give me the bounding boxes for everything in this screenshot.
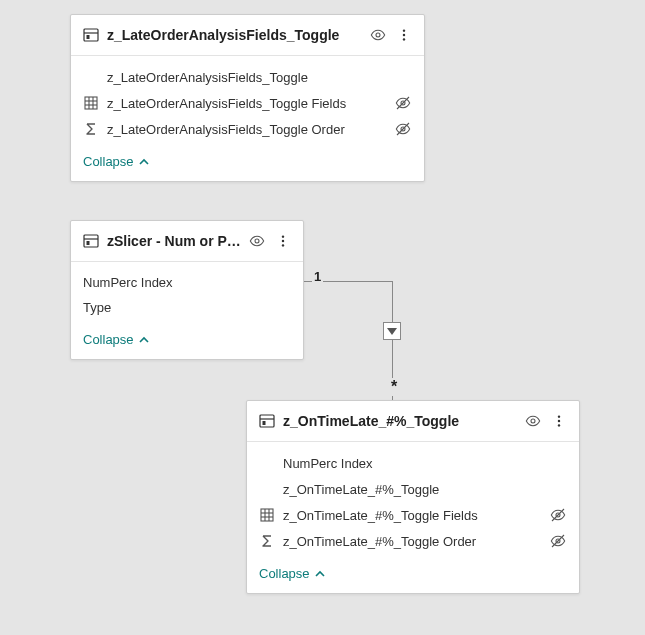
svg-point-20 [282, 235, 284, 237]
visibility-toggle-icon[interactable] [523, 411, 543, 431]
hidden-icon[interactable] [549, 507, 567, 523]
svg-rect-7 [85, 97, 97, 109]
field-name: z_LateOrderAnalysisFields_Toggle Fields [107, 96, 388, 111]
chevron-up-icon [138, 156, 150, 168]
collapse-label: Collapse [259, 566, 310, 581]
field-row[interactable]: NumPerc Index [259, 450, 567, 476]
field-name: NumPerc Index [283, 456, 567, 471]
field-row[interactable]: Type [83, 295, 291, 320]
collapse-button[interactable]: Collapse [83, 154, 150, 169]
field-icon-none [259, 481, 275, 497]
field-row[interactable]: z_LateOrderAnalysisFields_Toggle Fields [83, 90, 412, 116]
card-header: z_OnTimeLate_#%_Toggle [247, 401, 579, 442]
visibility-toggle-icon[interactable] [368, 25, 388, 45]
more-options-icon[interactable] [549, 411, 569, 431]
table-icon [259, 413, 275, 429]
svg-rect-16 [84, 235, 98, 247]
svg-point-21 [282, 240, 284, 242]
collapse-label: Collapse [83, 154, 134, 169]
card-body: NumPerc Index Type [71, 262, 303, 324]
field-icon-none [259, 455, 275, 471]
table-icon [83, 233, 99, 249]
field-parameter-grid-icon [83, 95, 99, 111]
relationship-from-cardinality: 1 [312, 269, 323, 284]
svg-rect-18 [87, 241, 90, 245]
svg-rect-30 [261, 509, 273, 521]
visibility-toggle-icon[interactable] [247, 231, 267, 251]
table-card-ontimelate-toggle[interactable]: z_OnTimeLate_#%_Toggle NumPerc Index z_O… [246, 400, 580, 594]
svg-point-5 [403, 34, 405, 36]
collapse-button[interactable]: Collapse [259, 566, 326, 581]
field-name: z_LateOrderAnalysisFields_Toggle Order [107, 122, 388, 137]
card-title: z_OnTimeLate_#%_Toggle [283, 413, 523, 429]
field-name: z_OnTimeLate_#%_Toggle [283, 482, 567, 497]
svg-point-27 [558, 415, 560, 417]
measure-sigma-icon [259, 533, 275, 549]
svg-point-22 [282, 244, 284, 246]
card-title: z_LateOrderAnalysisFields_Toggle [107, 27, 368, 43]
more-options-icon[interactable] [273, 231, 293, 251]
collapse-label: Collapse [83, 332, 134, 347]
card-title: zSlicer - Num or Percent [107, 233, 247, 249]
field-row[interactable]: z_OnTimeLate_#%_Toggle Fields [259, 502, 567, 528]
collapse-button[interactable]: Collapse [83, 332, 150, 347]
svg-point-26 [531, 419, 535, 423]
card-body: z_LateOrderAnalysisFields_Toggle z_LateO… [71, 56, 424, 146]
hidden-icon[interactable] [394, 121, 412, 137]
chevron-up-icon [314, 568, 326, 580]
svg-rect-25 [263, 421, 266, 425]
svg-point-6 [403, 38, 405, 40]
svg-rect-23 [260, 415, 274, 427]
field-name: z_OnTimeLate_#%_Toggle Order [283, 534, 543, 549]
field-row[interactable]: z_OnTimeLate_#%_Toggle Order [259, 528, 567, 554]
more-options-icon[interactable] [394, 25, 414, 45]
hidden-icon[interactable] [549, 533, 567, 549]
svg-point-4 [403, 29, 405, 31]
svg-point-3 [376, 33, 380, 37]
svg-point-29 [558, 424, 560, 426]
field-name: z_LateOrderAnalysisFields_Toggle [107, 70, 412, 85]
card-header: zSlicer - Num or Percent [71, 221, 303, 262]
field-row[interactable]: NumPerc Index [83, 270, 291, 295]
chevron-up-icon [138, 334, 150, 346]
svg-point-28 [558, 420, 560, 422]
field-name: z_OnTimeLate_#%_Toggle Fields [283, 508, 543, 523]
field-row[interactable]: z_LateOrderAnalysisFields_Toggle [83, 64, 412, 90]
field-name: Type [83, 300, 291, 315]
relationship-direction-arrow-icon [383, 322, 401, 340]
field-parameter-grid-icon [259, 507, 275, 523]
relationship-to-cardinality: * [389, 378, 399, 396]
svg-rect-0 [84, 29, 98, 41]
field-row[interactable]: z_OnTimeLate_#%_Toggle [259, 476, 567, 502]
card-body: NumPerc Index z_OnTimeLate_#%_Toggle z_O… [247, 442, 579, 558]
field-row[interactable]: z_LateOrderAnalysisFields_Toggle Order [83, 116, 412, 142]
table-card-zslicer-num-or-percent[interactable]: zSlicer - Num or Percent NumPerc Index T… [70, 220, 304, 360]
field-icon-none [83, 69, 99, 85]
card-header: z_LateOrderAnalysisFields_Toggle [71, 15, 424, 56]
field-name: NumPerc Index [83, 275, 291, 290]
table-icon [83, 27, 99, 43]
hidden-icon[interactable] [394, 95, 412, 111]
table-card-late-order-toggle[interactable]: z_LateOrderAnalysisFields_Toggle z_LateO… [70, 14, 425, 182]
svg-point-19 [255, 239, 259, 243]
measure-sigma-icon [83, 121, 99, 137]
svg-rect-2 [87, 35, 90, 39]
